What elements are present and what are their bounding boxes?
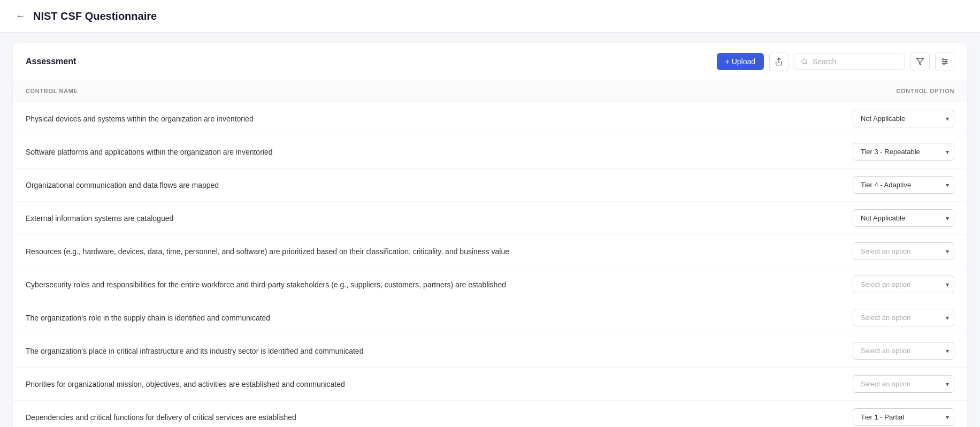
control-option-cell: Select an optionNot ApplicableTier 1 - P… [776, 202, 967, 235]
col-control-option: CONTROL OPTION [776, 80, 967, 102]
svg-point-1 [802, 59, 807, 64]
table-row: Organizational communication and data fl… [13, 169, 967, 202]
control-name-cell: Physical devices and systems within the … [13, 102, 776, 135]
share-button[interactable] [769, 52, 788, 71]
col-control-name: CONTROL NAME [13, 80, 776, 102]
control-name-cell: Dependencies and critical functions for … [13, 401, 776, 428]
svg-point-8 [945, 61, 947, 63]
page-wrapper: ← NIST CSF Questionnaire Assessment + Up… [0, 0, 980, 427]
table-body: Physical devices and systems within the … [13, 102, 967, 428]
control-option-cell: Select an optionNot ApplicableTier 1 - P… [776, 301, 967, 334]
control-option-cell: Select an optionNot ApplicableTier 1 - P… [776, 135, 967, 169]
control-option-select[interactable]: Select an optionNot ApplicableTier 1 - P… [853, 176, 954, 194]
control-option-select[interactable]: Select an optionNot ApplicableTier 1 - P… [853, 209, 954, 227]
control-option-select[interactable]: Select an optionNot ApplicableTier 1 - P… [853, 375, 954, 393]
table-row: Dependencies and critical functions for … [13, 401, 967, 428]
header-actions: + Upload [717, 52, 954, 71]
table-row: Priorities for organizational mission, o… [13, 368, 967, 401]
control-option-cell: Select an optionNot ApplicableTier 1 - P… [776, 235, 967, 268]
control-option-select[interactable]: Select an optionNot ApplicableTier 1 - P… [853, 408, 954, 426]
control-option-select[interactable]: Select an optionNot ApplicableTier 1 - P… [853, 276, 954, 293]
control-name-cell: Resources (e.g., hardware, devices, data… [13, 235, 776, 268]
filter-icon [916, 57, 924, 66]
control-name-cell: The organization's place in critical inf… [13, 334, 776, 368]
sliders-icon [940, 57, 949, 66]
settings-button[interactable] [935, 52, 954, 71]
control-option-select[interactable]: Select an optionNot ApplicableTier 1 - P… [853, 342, 954, 360]
table-row: Resources (e.g., hardware, devices, data… [13, 235, 967, 268]
page-title: NIST CSF Questionnaire [33, 10, 157, 22]
search-input[interactable] [813, 57, 898, 66]
control-name-cell: Software platforms and applications with… [13, 135, 776, 169]
upload-button[interactable]: + Upload [717, 53, 764, 70]
table-row: Cybersecurity roles and responsibilities… [13, 268, 967, 301]
table-row: The organization's place in critical inf… [13, 334, 967, 368]
control-name-cell: The organization's role in the supply ch… [13, 301, 776, 334]
table-row: Software platforms and applications with… [13, 135, 967, 169]
card-title: Assessment [26, 57, 76, 66]
svg-line-2 [806, 63, 808, 65]
svg-point-9 [943, 63, 945, 65]
share-icon [775, 57, 783, 66]
search-box [794, 54, 905, 70]
table-row: The organization's role in the supply ch… [13, 301, 967, 334]
assessment-card: Assessment + Upload [13, 43, 967, 427]
filter-button[interactable] [910, 52, 930, 71]
control-option-select[interactable]: Select an optionNot ApplicableTier 1 - P… [853, 110, 954, 127]
top-bar: ← NIST CSF Questionnaire [0, 0, 980, 33]
control-option-select[interactable]: Select an optionNot ApplicableTier 1 - P… [853, 143, 954, 161]
back-button[interactable]: ← [13, 9, 28, 24]
svg-point-7 [943, 59, 944, 60]
control-name-cell: Priorities for organizational mission, o… [13, 368, 776, 401]
table-header-row: CONTROL NAME CONTROL OPTION [13, 80, 967, 102]
control-name-cell: External information systems are catalog… [13, 202, 776, 235]
main-content: Assessment + Upload [0, 33, 980, 427]
control-name-cell: Organizational communication and data fl… [13, 169, 776, 202]
card-header: Assessment + Upload [13, 43, 967, 80]
control-option-cell: Select an optionNot ApplicableTier 1 - P… [776, 401, 967, 428]
table-row: Physical devices and systems within the … [13, 102, 967, 135]
control-option-cell: Select an optionNot ApplicableTier 1 - P… [776, 368, 967, 401]
control-option-cell: Select an optionNot ApplicableTier 1 - P… [776, 268, 967, 301]
table-row: External information systems are catalog… [13, 202, 967, 235]
control-option-cell: Select an optionNot ApplicableTier 1 - P… [776, 102, 967, 135]
control-option-cell: Select an optionNot ApplicableTier 1 - P… [776, 169, 967, 202]
controls-table: CONTROL NAME CONTROL OPTION Physical dev… [13, 80, 967, 427]
control-name-cell: Cybersecurity roles and responsibilities… [13, 268, 776, 301]
control-option-select[interactable]: Select an optionNot ApplicableTier 1 - P… [853, 309, 954, 326]
table-wrapper: CONTROL NAME CONTROL OPTION Physical dev… [13, 80, 967, 427]
search-icon [801, 58, 808, 65]
svg-marker-3 [916, 58, 923, 65]
control-option-select[interactable]: Select an optionNot ApplicableTier 1 - P… [853, 242, 954, 260]
control-option-cell: Select an optionNot ApplicableTier 1 - P… [776, 334, 967, 368]
